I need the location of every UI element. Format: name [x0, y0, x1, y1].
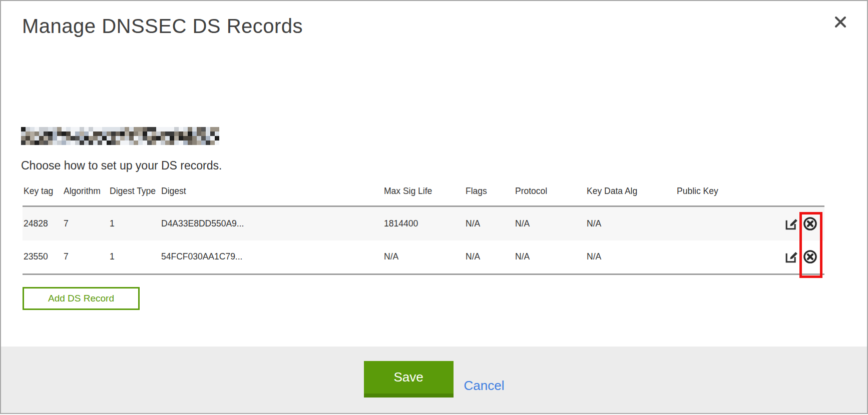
- column-header-digest-type: Digest Type: [109, 186, 160, 206]
- column-header-protocol: Protocol: [514, 186, 586, 206]
- column-header-max-sig-life: Max Sig Life: [383, 186, 465, 206]
- cell-key-tag: 23550: [23, 240, 63, 274]
- delete-circle-x-icon: [803, 250, 817, 264]
- manage-dnssec-ds-records-dialog: Manage DNSSEC DS Records Choose how to s…: [0, 0, 868, 414]
- cell-digest: 54FCF030AA1C79...: [160, 240, 383, 274]
- cell-algorithm: 7: [63, 240, 109, 274]
- ds-record-row: 2482871D4A33E8DD550A9...1814400N/AN/AN/A: [23, 206, 824, 240]
- close-dialog-button[interactable]: [832, 14, 849, 31]
- setup-instruction-text: Choose how to set up your DS records.: [21, 159, 222, 172]
- save-button[interactable]: Save: [364, 361, 454, 398]
- cell-flags: N/A: [465, 206, 514, 240]
- row-actions-cell: [782, 240, 824, 274]
- edit-record-button[interactable]: [784, 250, 799, 264]
- ds-record-row: 235507154FCF030AA1C79...N/AN/AN/AN/A: [23, 240, 824, 274]
- table-header-row: Key tagAlgorithmDigest TypeDigestMax Sig…: [23, 186, 824, 206]
- cell-algorithm: 7: [63, 206, 109, 240]
- delete-circle-x-icon: [803, 216, 817, 231]
- cell-max-sig-life: 1814400: [383, 206, 465, 240]
- column-header-algorithm: Algorithm: [63, 186, 109, 206]
- delete-record-button[interactable]: [803, 216, 817, 231]
- cell-protocol: N/A: [514, 240, 586, 274]
- ds-records-table: Key tagAlgorithmDigest TypeDigestMax Sig…: [23, 186, 824, 275]
- column-header-digest: Digest: [160, 186, 383, 206]
- cell-protocol: N/A: [514, 206, 586, 240]
- delete-record-button[interactable]: [803, 250, 817, 264]
- column-header-key-tag: Key tag: [23, 186, 63, 206]
- cell-key-data-alg: N/A: [586, 206, 676, 240]
- redacted-domain-name: [21, 127, 219, 145]
- close-icon: [833, 15, 847, 30]
- add-ds-record-button[interactable]: Add DS Record: [23, 287, 140, 310]
- dialog-title: Manage DNSSEC DS Records: [22, 15, 303, 38]
- column-header-key-data-alg: Key Data Alg: [586, 186, 676, 206]
- cancel-link[interactable]: Cancel: [464, 378, 505, 394]
- cell-digest-type: 1: [109, 240, 160, 274]
- cell-digest: D4A33E8DD550A9...: [160, 206, 383, 240]
- column-header-public-key: Public Key: [676, 186, 782, 206]
- cell-digest-type: 1: [109, 206, 160, 240]
- column-header-flags: Flags: [465, 186, 514, 206]
- edit-pencil-icon: [784, 250, 799, 264]
- cell-key-tag: 24828: [23, 206, 63, 240]
- edit-record-button[interactable]: [784, 216, 799, 231]
- column-header-actions: [782, 186, 824, 206]
- cell-public-key: [676, 240, 782, 274]
- cell-max-sig-life: N/A: [383, 240, 465, 274]
- edit-pencil-icon: [784, 216, 799, 231]
- dialog-footer: Save Cancel: [1, 346, 867, 413]
- cell-key-data-alg: N/A: [586, 240, 676, 274]
- cell-flags: N/A: [465, 240, 514, 274]
- cell-public-key: [676, 206, 782, 240]
- row-actions-cell: [782, 206, 824, 240]
